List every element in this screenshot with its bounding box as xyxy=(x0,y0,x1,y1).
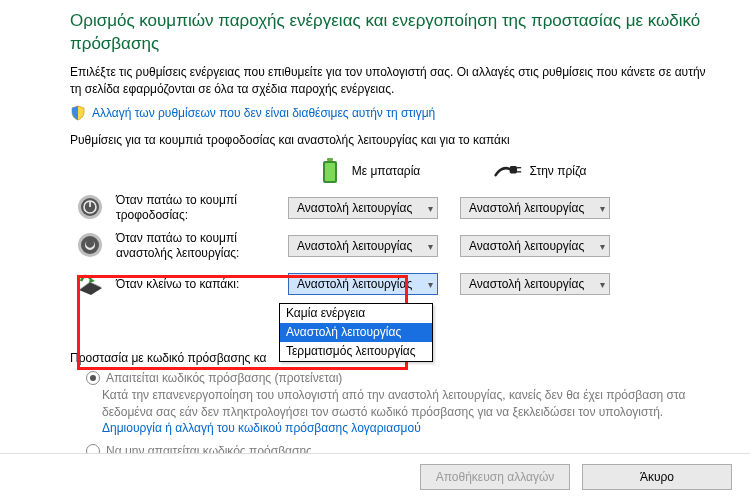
create-change-password-link[interactable]: Δημιουργία ή αλλαγή του κωδικού πρόσβαση… xyxy=(102,421,421,435)
table-row: Όταν κλείνω το καπάκι: Αναστολή λειτουργ… xyxy=(70,265,626,303)
chevron-down-icon: ▾ xyxy=(600,241,605,252)
sleep-button-row-label: Όταν πατάω το κουμπί αναστολής λειτουργί… xyxy=(110,227,282,265)
power-buttons-section-title: Ρυθμίσεις για τα κουμπιά τροφοδοσίας και… xyxy=(70,133,720,147)
column-plugged-label: Στην πρίζα xyxy=(530,164,587,178)
require-password-radio[interactable] xyxy=(86,371,100,385)
table-row: Όταν πατάω το κουμπί τροφοδοσίας: Αναστο… xyxy=(70,189,626,227)
table-row: Όταν πατάω το κουμπί αναστολής λειτουργί… xyxy=(70,227,626,265)
chevron-down-icon: ▾ xyxy=(428,279,433,290)
chevron-down-icon: ▾ xyxy=(600,203,605,214)
sleep-button-icon xyxy=(76,231,104,259)
power-button-row-label: Όταν πατάω το κουμπί τροφοδοσίας: xyxy=(110,189,282,227)
require-password-body: Κατά την επανενεργοποίηση του υπολογιστή… xyxy=(102,387,720,436)
chevron-down-icon: ▾ xyxy=(600,279,605,290)
svg-rect-0 xyxy=(327,158,333,161)
lid-battery-dropdown-list[interactable]: Καμία ενέργειαΑναστολή λειτουργίαςΤερματ… xyxy=(279,303,433,362)
cancel-button[interactable]: Άκυρο xyxy=(582,464,732,490)
save-button[interactable]: Αποθήκευση αλλαγών xyxy=(420,464,570,490)
svg-marker-12 xyxy=(89,278,95,283)
lid-icon xyxy=(76,269,104,297)
dialog-footer: Αποθήκευση αλλαγών Άκυρο xyxy=(0,453,750,500)
power-button-plugged-combo[interactable]: Αναστολή λειτουργίας▾ xyxy=(460,197,610,219)
plug-icon xyxy=(494,157,522,185)
power-button-icon xyxy=(76,193,104,221)
lid-battery-combo[interactable]: Αναστολή λειτουργίας▾ xyxy=(288,273,438,295)
page-title: Ορισμός κουμπιών παροχής ενέργειας και ε… xyxy=(70,10,720,56)
lid-dropdown-option[interactable]: Τερματισμός λειτουργίας xyxy=(280,342,432,361)
chevron-down-icon: ▾ xyxy=(428,241,433,252)
power-button-battery-combo[interactable]: Αναστολή λειτουργίας▾ xyxy=(288,197,438,219)
svg-rect-3 xyxy=(509,167,516,174)
column-battery-label: Με μπαταρία xyxy=(352,164,421,178)
battery-icon xyxy=(316,157,344,185)
svg-rect-2 xyxy=(325,163,335,181)
lid-dropdown-option[interactable]: Καμία ενέργεια xyxy=(280,304,432,323)
power-settings-table: Με μπαταρία Στην πρίζα Όταν πατάω το κου… xyxy=(70,153,626,303)
unlock-settings-link[interactable]: Αλλαγή των ρυθμίσεων που δεν είναι διαθέ… xyxy=(92,106,435,120)
chevron-down-icon: ▾ xyxy=(428,203,433,214)
require-password-label: Απαιτείται κωδικός πρόσβασης (προτείνετα… xyxy=(106,371,342,385)
svg-point-11 xyxy=(81,236,99,254)
shield-icon xyxy=(70,105,86,121)
intro-text: Επιλέξτε τις ρυθμίσεις ενέργειας που επι… xyxy=(70,64,720,98)
sleep-button-battery-combo[interactable]: Αναστολή λειτουργίας▾ xyxy=(288,235,438,257)
lid-row-label: Όταν κλείνω το καπάκι: xyxy=(110,265,282,303)
lid-plugged-combo[interactable]: Αναστολή λειτουργίας▾ xyxy=(460,273,610,295)
lid-dropdown-option[interactable]: Αναστολή λειτουργίας xyxy=(280,323,432,342)
sleep-button-plugged-combo[interactable]: Αναστολή λειτουργίας▾ xyxy=(460,235,610,257)
